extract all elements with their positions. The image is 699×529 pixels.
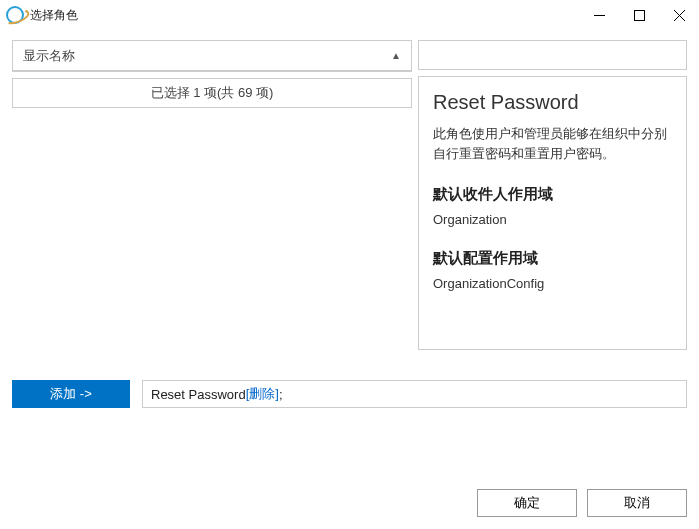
title-bar: 选择角色: [0, 0, 699, 30]
ie-icon: [6, 6, 24, 24]
ok-button[interactable]: 确定: [477, 489, 577, 517]
recipient-scope-label: 默认收件人作用域: [433, 185, 672, 204]
details-title: Reset Password: [433, 91, 672, 114]
remove-link[interactable]: [删除]: [246, 385, 279, 403]
svg-rect-1: [634, 10, 644, 20]
column-header-name[interactable]: 显示名称 ▲: [13, 41, 411, 71]
sort-asc-icon: ▲: [391, 50, 401, 61]
details-description: 此角色使用户和管理员能够在组织中分别自行重置密码和重置用户密码。: [433, 124, 672, 163]
recipient-scope-value: Organization: [433, 212, 672, 227]
selected-items-box[interactable]: Reset Password [删除] ;: [142, 380, 687, 408]
add-button[interactable]: 添加 ->: [12, 380, 130, 408]
selected-item-trail: ;: [279, 387, 283, 402]
selected-item-name: Reset Password: [151, 387, 246, 402]
cancel-button[interactable]: 取消: [587, 489, 687, 517]
minimize-button[interactable]: [579, 0, 619, 30]
maximize-button[interactable]: [619, 0, 659, 30]
search-input[interactable]: [418, 40, 687, 70]
config-scope-label: 默认配置作用域: [433, 249, 672, 268]
config-scope-value: OrganizationConfig: [433, 276, 672, 291]
window-title: 选择角色: [30, 7, 78, 24]
close-button[interactable]: [659, 0, 699, 30]
details-pane: Reset Password 此角色使用户和管理员能够在组织中分别自行重置密码和…: [418, 76, 687, 350]
selection-status: 已选择 1 项(共 69 项): [12, 78, 412, 108]
